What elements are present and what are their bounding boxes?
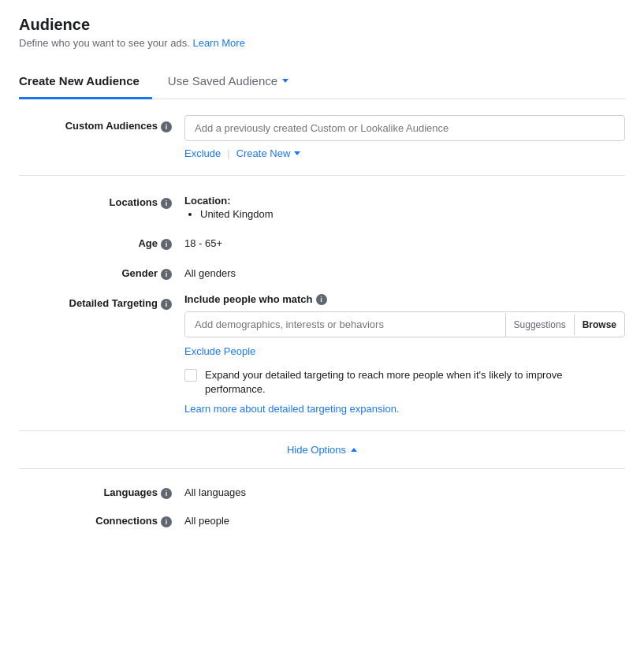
custom-audiences-section: Custom Audiences i Exclude | Create New — [19, 99, 625, 176]
locations-row: Locations i Location: United Kingdom — [19, 192, 625, 220]
targeting-input[interactable] — [185, 312, 505, 337]
age-value: 18 - 65+ — [184, 233, 625, 249]
include-info-icon[interactable]: i — [316, 294, 327, 305]
age-row: Age i 18 - 65+ — [19, 233, 625, 250]
custom-audiences-input[interactable] — [184, 115, 625, 141]
custom-audiences-label: Custom Audiences i — [19, 115, 184, 132]
custom-audiences-row: Custom Audiences i Exclude | Create New — [19, 115, 625, 159]
learn-more-link[interactable]: Learn More — [192, 37, 244, 49]
locations-section: Locations i Location: United Kingdom Age… — [19, 176, 625, 431]
create-new-chevron-icon — [294, 151, 300, 155]
create-new-button[interactable]: Create New — [236, 147, 301, 159]
expand-targeting-text: Expand your detailed targeting to reach … — [205, 368, 625, 397]
location-list: United Kingdom — [200, 208, 625, 220]
pipe-divider: | — [227, 147, 229, 159]
detailed-targeting-content: Include people who match i Suggestions B… — [184, 292, 625, 415]
bottom-section: Languages i All languages Connections i … — [19, 469, 625, 540]
tabs-container: Create New Audience Use Saved Audience — [19, 65, 625, 99]
detailed-targeting-label: Detailed Targeting i — [19, 292, 184, 310]
browse-button[interactable]: Browse — [574, 315, 624, 335]
tab-create-new[interactable]: Create New Audience — [19, 65, 152, 99]
exclude-people-link[interactable]: Exclude People — [184, 345, 255, 357]
connections-value: All people — [184, 510, 625, 527]
languages-label: Languages i — [19, 482, 184, 499]
targeting-input-wrapper: Suggestions Browse — [184, 311, 625, 337]
suggestions-button[interactable]: Suggestions — [506, 315, 574, 335]
page-subtitle: Define who you want to see your ads. Lea… — [19, 37, 625, 49]
expand-targeting-checkbox[interactable] — [184, 369, 197, 382]
age-label: Age i — [19, 233, 184, 250]
locations-label: Locations i — [19, 192, 184, 209]
locations-info-icon[interactable]: i — [161, 198, 172, 209]
gender-row: Gender i All genders — [19, 263, 625, 280]
connections-row: Connections i All people — [19, 510, 625, 527]
hide-options-chevron-icon — [351, 448, 357, 452]
hide-options-row: Hide Options — [19, 431, 625, 469]
audience-actions: Exclude | Create New — [184, 147, 625, 159]
learn-more-detail-link[interactable]: Learn more about detailed targeting expa… — [184, 403, 399, 415]
languages-value: All languages — [184, 482, 625, 498]
location-country: United Kingdom — [200, 208, 625, 220]
location-value-label: Location: — [184, 195, 625, 207]
age-info-icon[interactable]: i — [161, 239, 172, 250]
languages-info-icon[interactable]: i — [161, 488, 172, 499]
detailed-targeting-row: Detailed Targeting i Include people who … — [19, 292, 625, 415]
languages-row: Languages i All languages — [19, 482, 625, 499]
hide-options-button[interactable]: Hide Options — [287, 444, 357, 456]
gender-info-icon[interactable]: i — [161, 269, 172, 280]
gender-value: All genders — [184, 263, 625, 279]
connections-label: Connections i — [19, 510, 184, 527]
page-title: Audience — [19, 16, 625, 34]
tab-use-saved[interactable]: Use Saved Audience — [168, 65, 301, 99]
detailed-targeting-info-icon[interactable]: i — [161, 299, 172, 310]
expand-targeting-row: Expand your detailed targeting to reach … — [184, 368, 625, 397]
custom-audiences-content: Exclude | Create New — [184, 115, 625, 159]
custom-audiences-info-icon[interactable]: i — [161, 121, 172, 132]
exclude-button[interactable]: Exclude — [184, 147, 221, 159]
gender-label: Gender i — [19, 263, 184, 280]
chevron-down-icon — [282, 79, 288, 83]
locations-content: Location: United Kingdom — [184, 192, 625, 220]
include-people-label: Include people who match i — [184, 292, 625, 305]
connections-info-icon[interactable]: i — [161, 516, 172, 527]
